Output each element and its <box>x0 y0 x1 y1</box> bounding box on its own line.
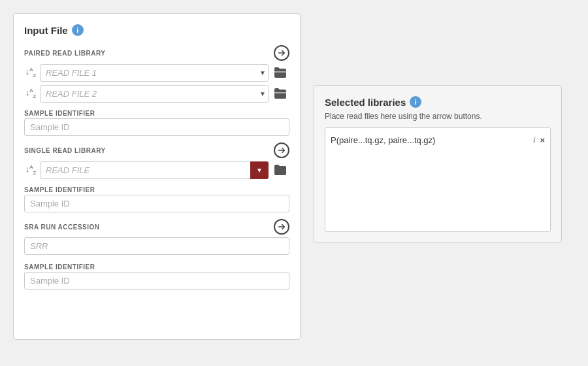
sample-id-3-input[interactable] <box>24 272 289 290</box>
read-file-2-folder-btn[interactable] <box>271 84 289 103</box>
sra-input[interactable] <box>24 237 289 255</box>
single-read-file-select[interactable]: READ FILE <box>40 161 269 179</box>
sort-icon-1: ↓AZ <box>24 67 37 78</box>
sample-id-2-section: SAMPLE IDENTIFIER <box>24 183 289 212</box>
sra-label: SRA RUN ACCESSION <box>24 224 100 231</box>
single-read-file-row: ↓AZ READ FILE ▼ <box>24 161 289 179</box>
sort-icon-2: ↓AZ <box>24 88 37 99</box>
library-info-btn[interactable]: 𝑖 <box>533 135 536 145</box>
library-close-btn[interactable]: × <box>540 135 545 145</box>
sample-id-2-input[interactable] <box>24 195 289 212</box>
right-panel-title: Selected libraries <box>325 97 406 108</box>
list-item: P(paire...tq.gz, paire...tq.gz) 𝑖 × <box>331 132 545 148</box>
read-file-2-select[interactable]: READ FILE 2 <box>40 85 269 103</box>
single-read-section-header: SINGLE READ LIBRARY <box>24 142 289 158</box>
sort-icon-3: ↓AZ <box>24 164 37 176</box>
input-file-panel: Input File i PAIRED READ LIBRARY ↓AZ REA… <box>13 13 301 340</box>
sample-id-3-section: SAMPLE IDENTIFIER <box>24 260 289 290</box>
sample-id-1-label: SAMPLE IDENTIFIER <box>24 110 95 117</box>
panel-header: Input File i <box>24 24 289 36</box>
read-file-2-row: ↓AZ READ FILE 2 ▼ <box>24 84 289 103</box>
paired-read-arrow-btn[interactable] <box>274 45 289 61</box>
right-panel-info-icon[interactable]: i <box>410 96 421 108</box>
panel-title: Input File <box>24 25 68 36</box>
sra-section-header: SRA RUN ACCESSION <box>24 219 289 235</box>
libraries-box: P(paire...tq.gz, paire...tq.gz) 𝑖 × <box>325 127 551 232</box>
sample-id-1-input[interactable] <box>24 118 289 136</box>
single-read-arrow-btn[interactable] <box>274 142 289 158</box>
selected-libraries-panel: Selected libraries i Place read files he… <box>314 85 562 243</box>
sample-id-1-section: SAMPLE IDENTIFIER <box>24 107 289 136</box>
read-file-1-wrapper: READ FILE 1 ▼ <box>40 64 269 82</box>
read-file-1-folder-btn[interactable] <box>271 63 289 82</box>
sample-id-2-label: SAMPLE IDENTIFIER <box>24 186 95 193</box>
single-read-chevron-icon: ▼ <box>256 167 263 174</box>
read-file-1-row: ↓AZ READ FILE 1 ▼ <box>24 63 289 82</box>
single-read-file-wrapper: READ FILE ▼ <box>40 161 269 179</box>
library-item-actions: 𝑖 × <box>533 135 545 145</box>
single-read-label: SINGLE READ LIBRARY <box>24 147 106 154</box>
right-panel-header: Selected libraries i <box>325 96 551 108</box>
paired-read-label: PAIRED READ LIBRARY <box>24 50 106 57</box>
panel-info-icon[interactable]: i <box>72 24 84 36</box>
sra-arrow-btn[interactable] <box>274 219 289 235</box>
paired-read-section-header: PAIRED READ LIBRARY <box>24 45 289 61</box>
read-file-2-wrapper: READ FILE 2 ▼ <box>40 85 269 103</box>
single-read-dropdown-highlight[interactable]: ▼ <box>250 161 269 179</box>
read-file-1-select[interactable]: READ FILE 1 <box>40 64 269 82</box>
single-read-folder-btn[interactable] <box>271 161 289 179</box>
library-item-text: P(paire...tq.gz, paire...tq.gz) <box>331 135 533 145</box>
right-panel-description: Place read files here using the arrow bu… <box>325 112 551 121</box>
sample-id-3-label: SAMPLE IDENTIFIER <box>24 263 95 271</box>
